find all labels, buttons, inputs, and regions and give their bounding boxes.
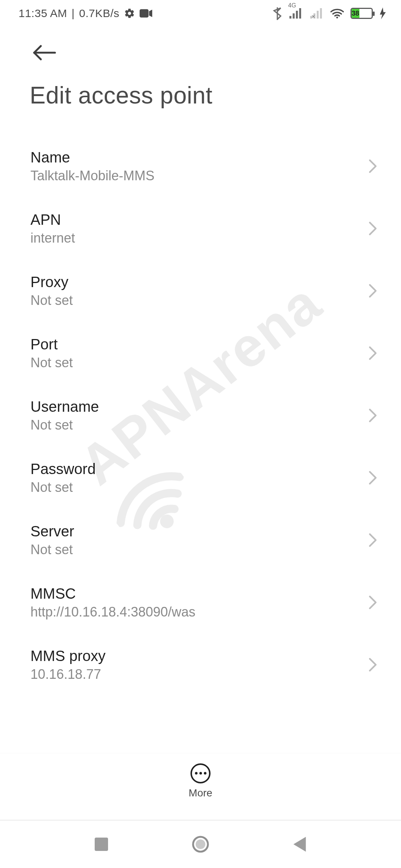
- signal-sim2-icon: ×: [310, 8, 324, 19]
- status-time: 11:35 AM: [19, 7, 67, 20]
- svg-rect-3: [296, 11, 298, 19]
- chevron-right-icon: [368, 408, 382, 423]
- row-value: http://10.16.18.4:38090/was: [30, 604, 368, 620]
- gear-icon: [124, 8, 135, 19]
- svg-rect-0: [140, 9, 149, 18]
- settings-scroll[interactable]: Name Talktalk-Mobile-MMS APN internet Pr…: [0, 113, 401, 751]
- row-username[interactable]: Username Not set: [0, 384, 401, 447]
- row-name[interactable]: Name Talktalk-Mobile-MMS: [0, 135, 401, 197]
- row-value: Not set: [30, 480, 368, 495]
- row-value: internet: [30, 230, 368, 246]
- signal-4g-icon: 4G: [289, 8, 303, 19]
- status-net-speed: 0.7KB/s: [79, 7, 120, 20]
- status-separator: |: [72, 7, 75, 20]
- row-value: Not set: [30, 542, 368, 558]
- triangle-left-icon: [293, 837, 306, 852]
- overflow-more-button[interactable]: More: [0, 753, 401, 809]
- row-mmsc[interactable]: MMSC http://10.16.18.4:38090/was: [0, 571, 401, 634]
- row-value: Not set: [30, 293, 368, 308]
- row-proxy[interactable]: Proxy Not set: [0, 260, 401, 322]
- charging-icon: [379, 7, 386, 19]
- app-bar: Edit access point: [0, 27, 401, 113]
- chevron-right-icon: [368, 346, 382, 361]
- bluetooth-icon: [273, 7, 282, 20]
- svg-rect-2: [293, 13, 294, 19]
- more-icon: [190, 763, 211, 783]
- row-value: Not set: [30, 355, 368, 371]
- row-server[interactable]: Server Not set: [0, 509, 401, 571]
- row-mms-proxy[interactable]: MMS proxy 10.16.18.77: [0, 634, 401, 696]
- wifi-icon: [330, 8, 344, 19]
- svg-point-13: [196, 839, 205, 849]
- row-label: Port: [30, 336, 368, 353]
- chevron-right-icon: [368, 221, 382, 236]
- row-label: Name: [30, 149, 368, 166]
- back-button[interactable]: [30, 38, 59, 68]
- svg-text:×: ×: [312, 13, 315, 19]
- chevron-right-icon: [368, 595, 382, 610]
- svg-rect-7: [317, 11, 319, 19]
- overflow-label: More: [189, 787, 212, 799]
- row-label: MMSC: [30, 585, 368, 602]
- nav-home-button[interactable]: [189, 833, 212, 855]
- nav-recents-button[interactable]: [90, 833, 113, 855]
- row-label: Server: [30, 523, 368, 540]
- row-port[interactable]: Port Not set: [0, 322, 401, 384]
- row-value: Not set: [30, 417, 368, 433]
- chevron-right-icon: [368, 470, 382, 485]
- system-nav-bar: [0, 820, 401, 868]
- row-label: Proxy: [30, 274, 368, 290]
- settings-list: Name Talktalk-Mobile-MMS APN internet Pr…: [0, 113, 401, 696]
- chevron-right-icon: [368, 533, 382, 548]
- row-value: 10.16.18.77: [30, 667, 368, 682]
- camera-icon: [140, 9, 152, 18]
- svg-rect-11: [95, 838, 108, 851]
- battery-icon: 38: [351, 8, 373, 19]
- chevron-right-icon: [368, 657, 382, 672]
- svg-rect-1: [290, 16, 291, 19]
- row-value: Talktalk-Mobile-MMS: [30, 168, 368, 184]
- row-apn[interactable]: APN internet: [0, 197, 401, 260]
- circle-icon: [192, 836, 209, 853]
- row-label: Password: [30, 461, 368, 477]
- square-icon: [95, 838, 108, 851]
- nav-back-button[interactable]: [288, 833, 311, 855]
- row-label: Username: [30, 398, 368, 415]
- row-label: APN: [30, 211, 368, 228]
- status-bar: 11:35 AM | 0.7KB/s 4G × 38: [0, 0, 401, 27]
- page-title: Edit access point: [30, 68, 386, 109]
- row-password[interactable]: Password Not set: [0, 447, 401, 509]
- arrow-left-icon: [33, 45, 56, 61]
- chevron-right-icon: [368, 283, 382, 298]
- svg-rect-8: [320, 8, 322, 19]
- chevron-right-icon: [368, 159, 382, 174]
- svg-rect-4: [299, 8, 301, 19]
- svg-point-10: [336, 17, 338, 19]
- row-label: MMS proxy: [30, 648, 368, 664]
